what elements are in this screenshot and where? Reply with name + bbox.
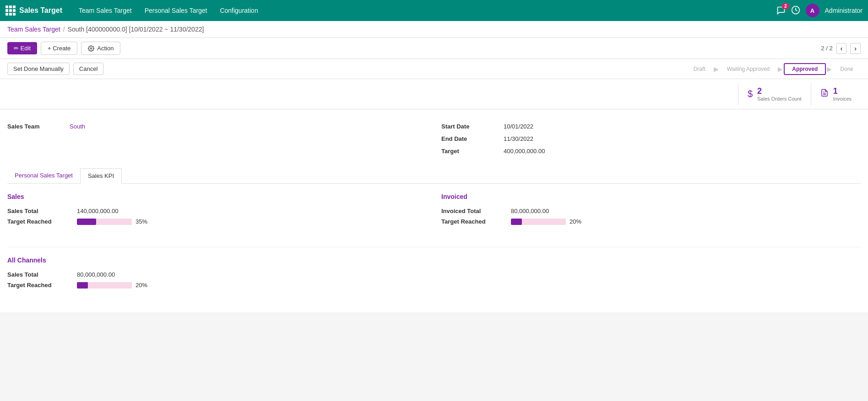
status-pipeline: Draft ▶ Waiting Approved ▶ Approved ▶ Do… bbox=[686, 63, 861, 75]
sales-orders-stat[interactable]: $ 2 Sales Orders Count bbox=[738, 83, 811, 105]
status-step-done[interactable]: Done bbox=[833, 64, 861, 74]
end-date-label: End Date bbox=[441, 135, 496, 142]
all-channels-section-title: All Channels bbox=[7, 257, 861, 264]
right-column: Start Date 10/01/2022 End Date 11/30/202… bbox=[441, 120, 861, 157]
sales-progress-container: 35% bbox=[77, 218, 147, 225]
nav-team-sales-target[interactable]: Team Sales Target bbox=[73, 5, 137, 16]
all-channels-target-reached-label: Target Reached bbox=[7, 282, 71, 289]
cancel-button[interactable]: Cancel bbox=[73, 63, 103, 75]
notifications-button[interactable]: 2 bbox=[776, 6, 786, 15]
sales-kpi-section: Sales Sales Total 140,000,000.00 Target … bbox=[7, 193, 427, 227]
svg-point-1 bbox=[91, 48, 92, 49]
breadcrumb-parent[interactable]: Team Sales Target bbox=[7, 26, 60, 33]
sales-progress-pct: 35% bbox=[136, 218, 147, 225]
all-channels-progress-bg bbox=[77, 282, 132, 289]
start-date-field: Start Date 10/01/2022 bbox=[441, 120, 861, 133]
set-done-manually-button[interactable]: Set Done Manually bbox=[7, 63, 70, 75]
user-name[interactable]: Administrator bbox=[825, 7, 863, 14]
dollar-icon: $ bbox=[748, 89, 753, 99]
invoiced-total-row: Invoiced Total 80,000,000.00 bbox=[441, 206, 861, 216]
all-channels-target-reached-row: Target Reached 20% bbox=[7, 280, 861, 290]
sales-total-row: Sales Total 140,000,000.00 bbox=[7, 206, 427, 216]
create-button[interactable]: + Create bbox=[41, 42, 77, 55]
invoices-stat[interactable]: 1 Invoices bbox=[811, 83, 861, 105]
sales-progress-fill bbox=[77, 219, 96, 225]
status-step-waiting[interactable]: Waiting Approved bbox=[720, 64, 777, 74]
tab-sales-kpi[interactable]: Sales KPI bbox=[80, 168, 122, 184]
breadcrumb-current: South [400000000.0] [10/01/2022 ~ 11/30/… bbox=[68, 26, 204, 33]
action-bar: ✏ Edit + Create Action 2 / 2 ‹ › bbox=[0, 38, 868, 59]
status-bar: Set Done Manually Cancel Draft ▶ Waiting… bbox=[0, 59, 868, 79]
all-channels-progress-pct: 20% bbox=[136, 282, 147, 289]
start-date-value: 10/01/2022 bbox=[504, 123, 533, 130]
left-column: Sales Team South bbox=[7, 120, 427, 157]
grid-icon bbox=[5, 5, 16, 16]
status-step-draft[interactable]: Draft bbox=[686, 64, 713, 74]
sales-total-value: 140,000,000.00 bbox=[77, 208, 118, 214]
invoiced-section-title: Invoiced bbox=[441, 193, 861, 200]
invoiced-total-label: Invoiced Total bbox=[441, 208, 505, 214]
invoiced-progress-container: 20% bbox=[511, 218, 581, 225]
sales-progress-bg bbox=[77, 219, 132, 225]
topnav: Sales Target Team Sales Target Personal … bbox=[0, 0, 868, 21]
all-channels-total-value: 80,000,000.00 bbox=[77, 271, 115, 278]
stats-row: $ 2 Sales Orders Count 1 Invoices bbox=[0, 79, 868, 109]
main-content: Sales Team South Start Date 10/01/2022 E… bbox=[0, 109, 868, 312]
all-channels-kpi-section: All Channels Sales Total 80,000,000.00 T… bbox=[7, 257, 861, 290]
end-date-field: End Date 11/30/2022 bbox=[441, 133, 861, 145]
gear-icon bbox=[88, 45, 94, 52]
status-step-approved[interactable]: Approved bbox=[784, 63, 826, 75]
nav-personal-sales-target[interactable]: Personal Sales Target bbox=[139, 5, 213, 16]
start-date-label: Start Date bbox=[441, 123, 496, 130]
sales-target-reached-row: Target Reached 35% bbox=[7, 216, 427, 227]
breadcrumb-separator: / bbox=[63, 26, 65, 33]
all-channels-total-row: Sales Total 80,000,000.00 bbox=[7, 269, 861, 280]
all-channels-total-label: Sales Total bbox=[7, 271, 71, 278]
avatar[interactable]: A bbox=[806, 4, 819, 17]
all-channels-progress-fill bbox=[77, 282, 88, 289]
invoices-label: Invoices bbox=[833, 96, 852, 102]
form-section: Sales Team South Start Date 10/01/2022 E… bbox=[7, 120, 861, 157]
sales-section-title: Sales bbox=[7, 193, 427, 200]
invoiced-target-reached-row: Target Reached 20% bbox=[441, 216, 861, 227]
sales-team-field: Sales Team South bbox=[7, 120, 427, 133]
sales-total-label: Sales Total bbox=[7, 208, 71, 214]
invoiced-total-value: 80,000,000.00 bbox=[511, 208, 549, 214]
target-label: Target bbox=[441, 148, 496, 155]
nav-configuration[interactable]: Configuration bbox=[214, 5, 263, 16]
invoice-icon bbox=[820, 89, 829, 99]
invoiced-kpi-section: Invoiced Invoiced Total 80,000,000.00 Ta… bbox=[441, 193, 861, 227]
top-menu: Team Sales Target Personal Sales Target … bbox=[73, 5, 264, 16]
edit-button[interactable]: ✏ Edit bbox=[7, 42, 37, 54]
tab-personal-sales-target[interactable]: Personal Sales Target bbox=[7, 168, 80, 183]
all-channels-progress-container: 20% bbox=[77, 282, 147, 289]
kpi-grid: Sales Sales Total 140,000,000.00 Target … bbox=[7, 193, 861, 238]
pager-prev-button[interactable]: ‹ bbox=[836, 43, 847, 54]
invoices-count: 1 bbox=[833, 86, 852, 96]
tabs-bar: Personal Sales Target Sales KPI bbox=[7, 168, 861, 184]
app-brand[interactable]: Sales Target bbox=[5, 5, 62, 16]
target-field: Target 400,000,000.00 bbox=[441, 145, 861, 157]
kpi-content: Sales Sales Total 140,000,000.00 Target … bbox=[7, 193, 861, 290]
topnav-right: 2 A Administrator bbox=[776, 4, 863, 17]
invoiced-progress-pct: 20% bbox=[570, 218, 581, 225]
user-initial: A bbox=[810, 7, 814, 14]
pager-next-button[interactable]: › bbox=[850, 43, 861, 54]
app-name: Sales Target bbox=[19, 6, 62, 15]
notifications-count: 2 bbox=[782, 3, 789, 9]
pager-info: 2 / 2 bbox=[821, 45, 832, 52]
invoiced-progress-fill bbox=[511, 219, 522, 225]
invoiced-progress-bg bbox=[511, 219, 566, 225]
clock-icon[interactable] bbox=[791, 5, 800, 16]
action-button[interactable]: Action bbox=[81, 42, 120, 55]
sales-target-reached-label: Target Reached bbox=[7, 218, 71, 225]
target-value: 400,000,000.00 bbox=[504, 148, 545, 155]
sales-orders-count: 2 bbox=[757, 86, 802, 96]
end-date-value: 11/30/2022 bbox=[504, 135, 533, 142]
pager: 2 / 2 ‹ › bbox=[821, 43, 861, 54]
sales-orders-label: Sales Orders Count bbox=[757, 96, 802, 102]
sales-team-label: Sales Team bbox=[7, 123, 62, 130]
breadcrumb: Team Sales Target / South [400000000.0] … bbox=[0, 21, 868, 38]
action-label: Action bbox=[97, 45, 114, 52]
invoiced-target-reached-label: Target Reached bbox=[441, 218, 505, 225]
